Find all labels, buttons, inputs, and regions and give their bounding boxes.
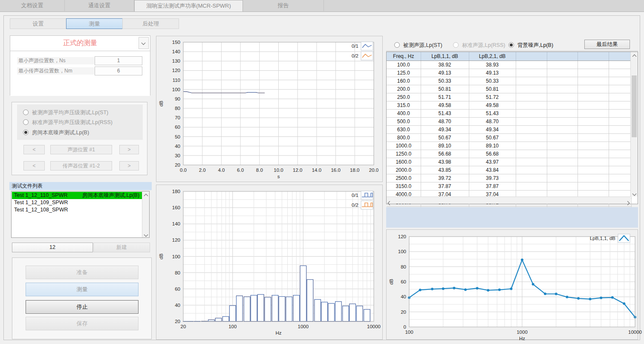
table-header-cell[interactable] [516,52,547,61]
table-row[interactable]: 250.051.7151.72 [387,93,631,101]
table-cell[interactable] [547,182,578,191]
tab-report[interactable]: 报告 [243,0,324,11]
mic-position-button[interactable]: 传声器位置 #1-2 [50,161,112,171]
table-header-cell[interactable] [609,52,631,61]
table-cell[interactable]: 2500.0 [387,174,421,182]
table-cell[interactable] [516,150,547,158]
table-row[interactable]: 2500.039.7239.73 [387,174,631,182]
table-row[interactable]: 2000.043.8543.84 [387,166,631,174]
table-cell[interactable] [578,61,609,69]
table-cell[interactable]: 630.0 [387,126,421,134]
table-header-cell[interactable]: LpB,2,1, dB [469,52,516,61]
scroll-left-icon[interactable] [388,199,391,206]
table-cell[interactable] [609,69,631,77]
table-cell[interactable]: 50.33 [421,77,469,85]
source-position-prev-button[interactable]: < [23,145,45,154]
table-cell[interactable] [516,85,547,93]
table-cell[interactable] [516,142,547,150]
scroll-right-icon[interactable] [626,199,629,206]
source-position-button[interactable]: 声源位置 #1 [50,145,112,154]
table-cell[interactable]: 37.87 [469,182,516,191]
file-list-item[interactable]: Test 1_12_109_SPWR [12,199,142,206]
table-cell[interactable]: 50.67 [421,134,469,142]
table-cell[interactable]: 50.81 [421,85,469,93]
table-cell[interactable] [516,77,547,85]
table-cell[interactable] [609,77,631,85]
table-hscrollbar[interactable] [387,197,631,204]
table-cell[interactable]: 89.10 [469,142,516,150]
table-row[interactable]: 125.049.1349.13 [387,69,631,77]
table-cell[interactable] [578,182,609,191]
table-cell[interactable] [547,85,578,93]
table-cell[interactable] [609,166,631,174]
mic-position-prev-button[interactable]: < [23,161,45,171]
table-cell[interactable]: 38.92 [421,61,469,69]
table-cell[interactable]: 3150.0 [387,182,421,191]
table-cell[interactable] [609,174,631,182]
table-cell[interactable]: 43.98 [421,158,469,166]
table-cell[interactable]: 51.71 [421,93,469,101]
table-cell[interactable] [578,126,609,134]
table-cell[interactable]: 400.0 [387,110,421,118]
table-cell[interactable] [578,158,609,166]
table-cell[interactable]: 160.0 [387,77,421,85]
table-cell[interactable] [609,101,631,110]
table-cell[interactable]: 39.72 [421,174,469,182]
table-cell[interactable] [516,118,547,126]
radio-icon[interactable] [394,42,400,48]
table-cell[interactable]: 56.68 [469,150,516,158]
table-row[interactable]: 1000.089.1089.10 [387,142,631,150]
table-cell[interactable] [547,61,578,69]
table-cell[interactable]: 51.43 [469,110,516,118]
table-cell[interactable]: 51.43 [421,110,469,118]
radio-option[interactable]: 背景噪声,Lp(B) [508,41,553,49]
table-cell[interactable]: 48.70 [421,118,469,126]
tab-mcr-spwr[interactable]: 混响室法测试声功率(MCR-SPWR) [134,0,243,12]
table-cell[interactable]: 48.70 [469,118,516,126]
table-cell[interactable]: 50.67 [469,134,516,142]
source-position-next-button[interactable]: > [119,145,139,154]
table-cell[interactable] [578,101,609,110]
table-cell[interactable]: 50.33 [469,77,516,85]
table-cell[interactable]: 100.0 [387,61,421,69]
table-cell[interactable]: 38.93 [469,61,516,69]
radio-icon[interactable] [453,42,459,48]
radio-icon[interactable] [23,119,29,125]
table-row[interactable]: 160.050.3350.33 [387,77,631,85]
table-cell[interactable] [578,150,609,158]
table-cell[interactable] [516,101,547,110]
table-header-cell[interactable]: LpB,1,1, dB [421,52,469,61]
table-cell[interactable] [578,93,609,101]
table-cell[interactable] [578,174,609,182]
table-cell[interactable] [516,134,547,142]
table-row[interactable]: 630.049.3449.34 [387,126,631,134]
table-cell[interactable] [547,110,578,118]
table-cell[interactable]: 43.84 [469,166,516,174]
table-cell[interactable]: 1600.0 [387,158,421,166]
table-cell[interactable]: 39.73 [469,174,516,182]
radio-icon[interactable] [23,110,29,115]
table-cell[interactable]: 1000.0 [387,142,421,150]
table-row[interactable]: 100.038.9238.93 [387,61,631,69]
radio-option[interactable]: 被测声源平均声压级测试,Lp(ST) [23,109,108,117]
table-cell[interactable]: 49.58 [421,101,469,110]
subtab-postprocess[interactable]: 后处理 [122,18,179,29]
table-cell[interactable] [609,134,631,142]
table-cell[interactable] [516,182,547,191]
table-cell[interactable] [609,150,631,158]
table-cell[interactable]: 125.0 [387,69,421,77]
table-cell[interactable] [609,182,631,191]
table-cell[interactable]: 800.0 [387,134,421,142]
table-cell[interactable] [578,142,609,150]
table-cell[interactable] [516,166,547,174]
table-cell[interactable] [578,77,609,85]
table-cell[interactable] [547,134,578,142]
tab-channel-settings[interactable]: 通道设置 [65,0,134,11]
table-cell[interactable] [609,85,631,93]
table-cell[interactable] [516,174,547,182]
table-cell[interactable]: 37.87 [421,182,469,191]
table-row[interactable]: 500.048.7048.70 [387,118,631,126]
table-cell[interactable] [609,110,631,118]
table-row[interactable]: 400.051.4351.43 [387,110,631,118]
subtab-settings[interactable]: 设置 [10,18,66,29]
